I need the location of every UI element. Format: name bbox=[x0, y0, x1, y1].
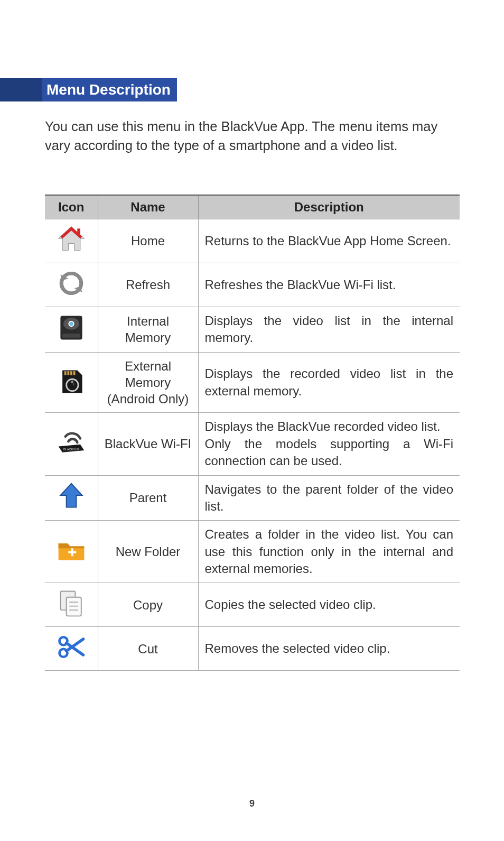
row-description: Navigates to the parent folder of the vi… bbox=[198, 475, 460, 521]
row-description: Returns to the BlackVue App Home Screen. bbox=[198, 219, 460, 263]
refresh-icon bbox=[45, 263, 98, 307]
table-row: Copy Copies the selected video clip. bbox=[45, 583, 460, 627]
table-row: Refresh Refreshes the BlackVue Wi-Fi lis… bbox=[45, 263, 460, 307]
svg-rect-6 bbox=[67, 371, 69, 375]
svg-rect-5 bbox=[64, 371, 67, 375]
row-name: Copy bbox=[98, 583, 198, 627]
external-memory-icon bbox=[45, 352, 98, 413]
heading-title: Menu Description bbox=[42, 78, 177, 101]
row-name: External Memory (Android Only) bbox=[98, 352, 198, 413]
table-row: External Memory (Android Only) Displays … bbox=[45, 352, 460, 413]
section-heading: Menu Description bbox=[0, 78, 177, 101]
row-name: BlackVue Wi-FI bbox=[98, 413, 198, 475]
row-description: Copies the selected video clip. bbox=[198, 583, 460, 627]
blackvue-wifi-icon: BLACKVUE bbox=[45, 413, 98, 475]
svg-point-3 bbox=[69, 321, 73, 326]
svg-text:BLACKVUE: BLACKVUE bbox=[63, 448, 79, 451]
row-description: Displays the BlackVue recorded video lis… bbox=[198, 413, 460, 475]
header-description: Description bbox=[198, 195, 460, 219]
row-description: Displays the recorded video list in the … bbox=[198, 352, 460, 413]
svg-rect-8 bbox=[73, 371, 76, 375]
row-description: Displays the video list in the internal … bbox=[198, 307, 460, 353]
home-icon bbox=[45, 219, 98, 263]
row-name: Parent bbox=[98, 475, 198, 521]
svg-rect-4 bbox=[62, 334, 80, 338]
svg-rect-12 bbox=[71, 548, 73, 556]
table-row: Home Returns to the BlackVue App Home Sc… bbox=[45, 219, 460, 263]
menu-description-table: Icon Name Description Home Returns to th… bbox=[45, 195, 460, 671]
row-description: Refreshes the BlackVue Wi-Fi list. bbox=[198, 263, 460, 307]
svg-rect-0 bbox=[77, 228, 80, 235]
row-description: Removes the selected video clip. bbox=[198, 627, 460, 671]
table-row: BLACKVUE BlackVue Wi-FI Displays the Bla… bbox=[45, 413, 460, 475]
page-number: 9 bbox=[0, 798, 504, 809]
parent-arrow-icon bbox=[45, 475, 98, 521]
cut-icon bbox=[45, 627, 98, 671]
row-name: Cut bbox=[98, 627, 198, 671]
row-description: Creates a folder in the video list. You … bbox=[198, 521, 460, 583]
header-icon: Icon bbox=[45, 195, 98, 219]
table-row: Cut Removes the selected video clip. bbox=[45, 627, 460, 671]
copy-icon bbox=[45, 583, 98, 627]
row-name: Home bbox=[98, 219, 198, 263]
intro-text: You can use this menu in the BlackVue Ap… bbox=[45, 117, 460, 155]
table-row: Parent Navigates to the parent folder of… bbox=[45, 475, 460, 521]
row-name: New Folder bbox=[98, 521, 198, 583]
header-name: Name bbox=[98, 195, 198, 219]
row-name: Refresh bbox=[98, 263, 198, 307]
internal-memory-icon bbox=[45, 307, 98, 353]
heading-accent-bar bbox=[0, 78, 42, 101]
new-folder-icon bbox=[45, 521, 98, 583]
svg-rect-7 bbox=[70, 371, 72, 375]
row-name: Internal Memory bbox=[98, 307, 198, 353]
table-row: New Folder Creates a folder in the video… bbox=[45, 521, 460, 583]
table-row: Internal Memory Displays the video list … bbox=[45, 307, 460, 353]
table-header-row: Icon Name Description bbox=[45, 195, 460, 219]
